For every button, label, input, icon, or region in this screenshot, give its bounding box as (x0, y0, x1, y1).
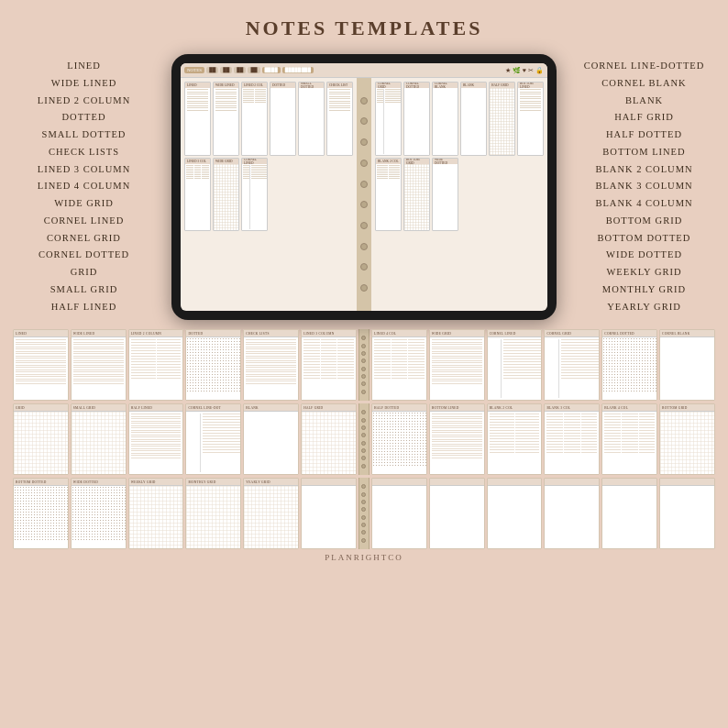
right-item-5: BOTTOM LINED (573, 145, 715, 160)
tablet-top-bar: NOTES ██ ██ ██ ██ ████ ████████ ★ 🌿 ♥ ✂ … (181, 63, 547, 78)
right-item-11: WIDE DOTTED (573, 248, 715, 262)
panel-cell: LINED (13, 329, 69, 401)
panel-cell: BOTTOM DOTTED (13, 478, 69, 549)
panel-cell (487, 478, 543, 549)
spine (357, 78, 371, 311)
page-thumb: CHECK LIST (326, 82, 353, 156)
page-thumb: CORNEL BLANK (432, 82, 458, 156)
page-thumb: BLANK 2 COL (375, 158, 402, 232)
panel-cell: BLANK 4 COL (601, 403, 657, 475)
page-thumb: CORNEL GRID (375, 82, 402, 156)
panel-cell (601, 478, 657, 549)
page-thumb: BLANK (460, 82, 487, 156)
ring-mini (361, 538, 366, 543)
right-item-14: YEARLY GRID (573, 300, 715, 314)
left-item-9: CORNEL LINED (13, 214, 155, 228)
panel-row-3: BOTTOM DOTTEDWIDE DOTTEDWEEKLY GRIDMONTH… (13, 478, 715, 549)
tab-btn-3[interactable]: ██ (220, 67, 232, 73)
panel-cell: DOTTED (185, 329, 241, 401)
right-template-list: CORNEL LINE-DOTTEDCORNEL BLANKBLANKHALF … (573, 50, 715, 314)
spine-mini (358, 403, 370, 475)
panel-cell: CORNEL LINED (487, 329, 543, 401)
tab-btn-active3[interactable]: ████████ (282, 67, 314, 73)
right-item-0: CORNEL LINE-DOTTED (573, 59, 715, 73)
spine-ring (360, 97, 368, 105)
panel-cell: BOTTOM GRID (659, 403, 715, 475)
left-item-1: WIDE LINED (13, 76, 155, 91)
spine-ring (360, 138, 368, 146)
page-thumb: WIDE LINED (213, 82, 239, 156)
panel-cell: HALF DOTTED (371, 403, 427, 475)
ring-mini (361, 344, 366, 348)
ring-mini (361, 500, 366, 504)
left-item-0: LINED (13, 59, 155, 73)
ring-mini (361, 523, 366, 527)
page-thumb: CORNEL LINED (241, 158, 268, 232)
left-item-2: LINED 2 COLUMN (13, 94, 155, 108)
spine-ring (360, 201, 368, 208)
panel-cell (659, 478, 715, 549)
page-thumb: SMALL DOTTED (298, 82, 325, 156)
spine-ring (360, 181, 368, 188)
panel-cell: BLANK (243, 403, 299, 475)
left-item-13: SMALL GRID (13, 282, 155, 297)
ring-mini (361, 464, 366, 469)
star-icon: ★ (505, 67, 511, 74)
spine-ring (360, 160, 368, 167)
ring-mini (361, 381, 366, 386)
panel-cell (544, 478, 600, 549)
tab-btn-active2[interactable]: ████ (262, 67, 281, 73)
page-thumb: HALF GRID (489, 82, 515, 156)
ring-mini (361, 367, 366, 371)
ring-mini (361, 336, 366, 340)
panel-row-2: GRIDSMALL GRIDHALF LINEDCORNEL LINE-DOTB… (13, 403, 715, 475)
panel-cell: HALF GRID (301, 403, 357, 475)
panel-cell: MONTHLY GRID (185, 478, 241, 549)
tab-btn-4[interactable]: ██ (234, 67, 246, 73)
right-item-10: BOTTOM DOTTED (573, 231, 715, 246)
footer-text: PLANRIGHTCO (0, 553, 728, 562)
page-thumb: CORNEL DOTTED (403, 82, 430, 156)
ring-mini (361, 418, 366, 423)
tablet-screen: NOTES ██ ██ ██ ██ ████ ████████ ★ 🌿 ♥ ✂ … (181, 63, 547, 311)
panel-cell: LINED 4 COL (371, 329, 427, 401)
ring-mini (361, 507, 366, 512)
right-item-8: BLANK 4 COLUMN (573, 196, 715, 211)
left-item-11: CORNEL DOTTED (13, 248, 155, 262)
spine-ring (360, 117, 368, 125)
panel-cell: CORNEL LINE-DOT (185, 403, 241, 475)
page-thumb: LINED (184, 82, 211, 156)
panel-cell: LINED 2 COLUMN (128, 329, 184, 401)
spine-ring (360, 263, 368, 270)
page-thumb: WIDE DOTTED (432, 158, 458, 232)
panel-cell: WEEKLY GRID (128, 478, 184, 549)
left-item-6: LINED 3 COLUMN (13, 162, 155, 177)
panel-cell: BLANK 3 COL (544, 403, 600, 475)
page-thumb: LINED 3 COL (184, 158, 211, 232)
left-item-5: CHECK LISTS (13, 145, 155, 160)
tab-btn-2[interactable]: ██ (206, 67, 218, 73)
left-item-14: HALF LINED (13, 300, 155, 314)
left-item-12: GRID (13, 265, 155, 280)
page-thumb: DOTTED (270, 82, 296, 156)
left-item-4: SMALL DOTTED (13, 127, 155, 142)
tab-btn-5[interactable]: ██ (248, 67, 259, 73)
right-item-2: BLANK (573, 94, 715, 108)
scissors-icon: ✂ (528, 67, 534, 74)
spine-mini (358, 478, 370, 549)
bottom-panels: LINEDWIDE LINEDLINED 2 COLUMNDOTTEDCHECK… (13, 329, 715, 549)
left-item-7: LINED 4 COLUMN (13, 179, 155, 193)
panel-cell: HALF LINED (128, 403, 184, 475)
panel-cell: WIDE GRID (429, 329, 485, 401)
right-item-4: HALF DOTTED (573, 127, 715, 142)
page-title: NOTES TEMPLATES (0, 0, 728, 50)
panel-cell (371, 478, 427, 549)
right-item-3: HALF GRID (573, 110, 715, 125)
spine-mini (358, 329, 370, 401)
ring-mini (361, 441, 366, 446)
lock-icon: 🔒 (535, 67, 544, 74)
ring-mini (361, 492, 366, 497)
tab-notes[interactable]: NOTES (184, 67, 204, 73)
right-item-7: BLANK 3 COLUMN (573, 179, 715, 193)
ring-mini (361, 358, 366, 363)
